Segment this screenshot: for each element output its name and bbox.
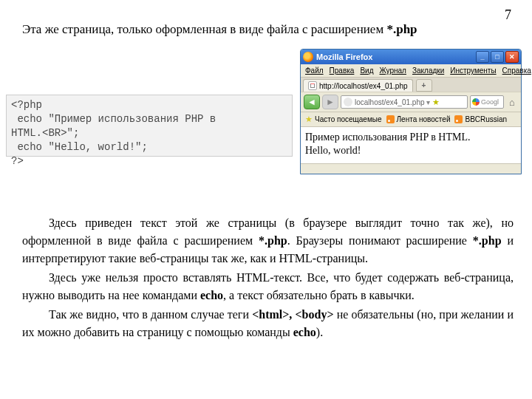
bold-ext: *.php <box>259 234 287 247</box>
browser-tab[interactable]: http://localhost/ex4_01.php <box>303 79 413 92</box>
menu-help[interactable]: Справка <box>502 66 531 75</box>
bold-echo: echo <box>200 289 223 301</box>
tab-bar: http://localhost/ex4_01.php + <box>301 78 521 92</box>
new-tab-button[interactable]: + <box>416 79 432 92</box>
paragraph-3: Так же видно, что в данном случае теги <… <box>22 306 514 341</box>
text: Так же видно, что в данном случае теги <box>49 308 252 321</box>
google-icon <box>472 98 480 106</box>
url-text: localhost/ex4_01.php <box>355 98 425 106</box>
bookmark-star-icon[interactable]: ★ <box>432 98 440 107</box>
back-button[interactable]: ◄ <box>304 95 320 109</box>
bold-body-tag: <body> <box>292 308 333 321</box>
bookmark-bbc[interactable]: BBCRussian <box>454 115 507 123</box>
search-placeholder: Googl <box>481 98 499 106</box>
status-bar <box>301 163 521 174</box>
heading-text: Эта же страница, только оформленная в ви… <box>22 22 386 36</box>
body-text: Здесь приведен текст этой же страницы (в… <box>22 214 514 343</box>
star-icon: ★ <box>305 115 313 124</box>
text: , а текст обязательно брать в кавычки. <box>223 289 415 301</box>
favicon-icon <box>308 81 317 90</box>
rendered-line-1: Пример использования PHP в HTML. <box>305 131 516 144</box>
php-code-block: <?php echo "Пример использования PHP в H… <box>6 95 293 157</box>
paragraph-1: Здесь приведен текст этой же страницы (в… <box>22 214 514 267</box>
text: ). <box>316 326 323 338</box>
heading-ext: *.php <box>386 22 417 36</box>
close-button[interactable]: ✕ <box>505 51 519 63</box>
bookmark-label: Часто посещаемые <box>315 115 382 123</box>
rendered-line-2: Hello, world! <box>305 144 516 157</box>
text: . Браузеры понимают расширение <box>287 234 473 247</box>
menu-file[interactable]: Файл <box>305 66 324 75</box>
home-button[interactable]: ⌂ <box>506 96 518 108</box>
minimize-button[interactable]: _ <box>476 51 489 63</box>
url-dropdown-icon[interactable]: ▾ <box>426 98 430 106</box>
bold-echo: echo <box>293 326 316 338</box>
menu-history[interactable]: Журнал <box>379 66 406 75</box>
menu-bookmarks[interactable]: Закладки <box>412 66 444 75</box>
menu-view[interactable]: Вид <box>360 66 373 75</box>
menu-bar: Файл Правка Вид Журнал Закладки Инструме… <box>301 64 521 78</box>
bookmark-news-feed[interactable]: Лента новостей <box>386 115 451 123</box>
search-input[interactable]: Googl <box>470 95 504 109</box>
rss-icon <box>386 115 395 123</box>
bookmark-label: Лента новостей <box>397 115 451 123</box>
bold-ext: *.php <box>473 234 502 247</box>
address-bar-row: ◄ ► localhost/ex4_01.php ▾ ★ Googl ⌂ <box>301 92 521 112</box>
bookmark-label: BBCRussian <box>465 115 507 123</box>
heading: Эта же страница, только оформленная в ви… <box>22 22 417 37</box>
rss-icon <box>454 115 463 123</box>
browser-window: Mozilla Firefox _ □ ✕ Файл Правка Вид Жу… <box>300 49 522 174</box>
page-content: Пример использования PHP в HTML. Hello, … <box>301 127 521 163</box>
forward-button[interactable]: ► <box>322 95 338 109</box>
tab-label: http://localhost/ex4_01.php <box>319 82 408 90</box>
titlebar: Mozilla Firefox _ □ ✕ <box>301 50 521 64</box>
window-title: Mozilla Firefox <box>316 52 476 61</box>
bold-html-tag: <html>, <box>252 308 292 321</box>
site-identity-icon <box>344 98 352 106</box>
url-input[interactable]: localhost/ex4_01.php ▾ ★ <box>341 95 468 109</box>
menu-tools[interactable]: Инструменты <box>450 66 496 75</box>
bookmark-most-visited[interactable]: ★ Часто посещаемые <box>305 115 382 124</box>
bookmarks-toolbar: ★ Часто посещаемые Лента новостей BBCRus… <box>301 112 521 127</box>
page-number: 7 <box>505 7 511 23</box>
paragraph-2: Здесь уже нельзя просто вставлять HTML-т… <box>22 269 514 304</box>
maximize-button[interactable]: □ <box>491 51 504 63</box>
firefox-icon <box>303 52 313 62</box>
menu-edit[interactable]: Правка <box>330 66 355 75</box>
